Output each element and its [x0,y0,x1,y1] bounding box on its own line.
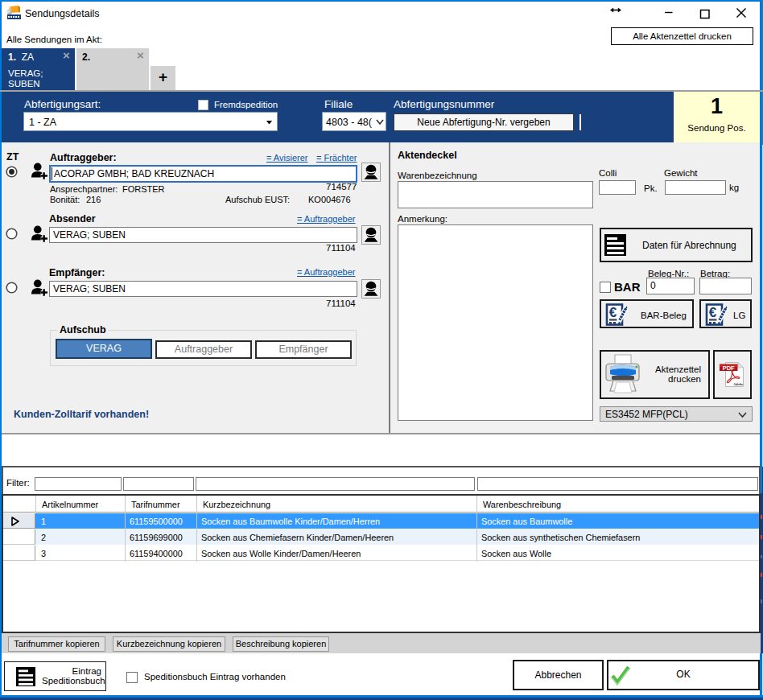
svg-text:Adobe: Adobe [732,382,743,386]
svg-text:€: € [609,305,617,320]
svg-text:PDF: PDF [723,364,735,372]
svg-text:€: € [709,305,717,320]
